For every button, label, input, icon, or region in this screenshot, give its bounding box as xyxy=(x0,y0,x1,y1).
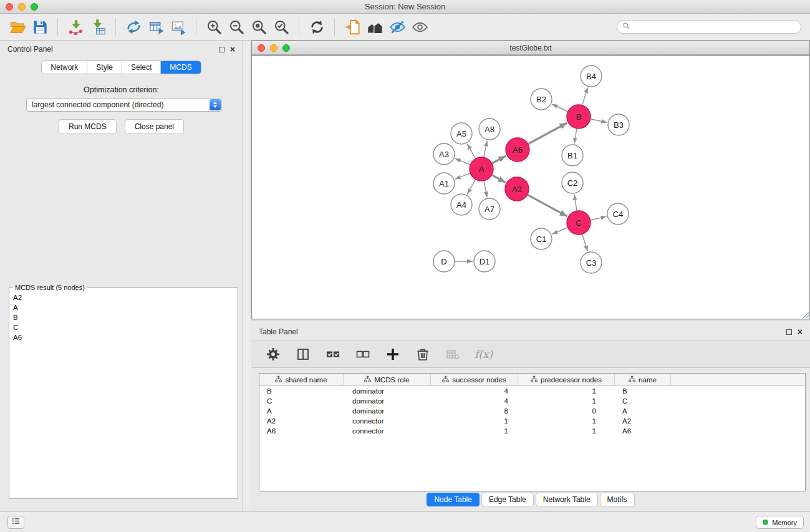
network-edge-A6-B[interactable] xyxy=(529,123,567,144)
network-edge-B-B4[interactable] xyxy=(582,87,588,105)
delete-rows-button[interactable] xyxy=(412,344,433,365)
table-cell[interactable]: dominator xyxy=(344,397,431,405)
show-columns-button[interactable] xyxy=(292,344,314,365)
mcds-result-item[interactable]: B xyxy=(13,312,234,322)
table-cell[interactable]: A6 xyxy=(615,427,671,435)
network-edge-A-A4[interactable] xyxy=(467,180,475,194)
open-document-button[interactable] xyxy=(341,16,364,37)
network-edge-A-A8[interactable] xyxy=(484,141,487,157)
table-cell[interactable]: connector xyxy=(344,417,431,425)
close-panel-button[interactable]: Close panel xyxy=(125,119,184,134)
deselect-all-button[interactable] xyxy=(352,344,374,365)
network-node-A6[interactable]: A6 xyxy=(506,138,529,162)
table-cell[interactable]: 1 xyxy=(518,397,615,405)
mcds-result-item[interactable]: A xyxy=(13,302,234,312)
node-table[interactable]: shared nameMCDS rolesuccessor nodesprede… xyxy=(259,373,806,491)
tab-mcds[interactable]: MCDS xyxy=(161,61,200,74)
column-header-mcds-role[interactable]: MCDS role xyxy=(344,374,431,385)
table-cell[interactable]: 1 xyxy=(431,427,518,435)
table-row[interactable]: A2connector11A2 xyxy=(259,416,805,426)
zoom-in-button[interactable] xyxy=(203,16,225,37)
table-cell[interactable]: 1 xyxy=(518,427,615,435)
network-window-titlebar[interactable]: testGlobe.txt xyxy=(252,41,809,55)
table-row[interactable]: Bdominator41B xyxy=(259,386,805,396)
table-cell[interactable]: A6 xyxy=(259,427,344,435)
network-edge-C-C4[interactable] xyxy=(591,216,607,220)
network-arrows-button[interactable] xyxy=(122,16,145,37)
search-box[interactable] xyxy=(617,20,801,34)
network-node-B3[interactable]: B3 xyxy=(608,114,629,135)
tab-node-table[interactable]: Node Table xyxy=(427,493,480,506)
network-node-A[interactable]: A xyxy=(470,157,493,181)
table-row[interactable]: Adominator80A xyxy=(259,406,805,416)
network-canvas[interactable]: B4B2BB3A5A8A6B1A3AC2A1A2A4A7C4CC1DD1C3 xyxy=(252,55,809,319)
close-table-panel-icon[interactable] xyxy=(798,329,803,335)
add-table-button[interactable] xyxy=(145,16,167,37)
network-edge-A-A1[interactable] xyxy=(455,173,470,179)
search-input[interactable] xyxy=(633,22,796,31)
import-table-button[interactable] xyxy=(87,16,109,37)
delete-table-button[interactable] xyxy=(442,344,463,365)
network-edge-A-A7[interactable] xyxy=(484,181,487,198)
network-node-A8[interactable]: A8 xyxy=(479,118,500,140)
zoom-out-button[interactable] xyxy=(225,16,248,37)
tab-style[interactable]: Style xyxy=(87,61,122,74)
tab-network-table[interactable]: Network Table xyxy=(536,493,598,506)
import-network-button[interactable] xyxy=(64,16,87,37)
network-node-C[interactable]: C xyxy=(567,211,591,235)
table-cell[interactable]: A xyxy=(615,407,671,415)
mcds-result-item[interactable]: A6 xyxy=(13,332,234,342)
home-button[interactable] xyxy=(364,16,386,37)
refresh-button[interactable] xyxy=(306,16,328,37)
table-cell[interactable]: 0 xyxy=(518,407,615,415)
network-graph[interactable]: B4B2BB3A5A8A6B1A3AC2A1A2A4A7C4CC1DD1C3 xyxy=(252,56,809,319)
tab-network[interactable]: Network xyxy=(42,61,87,74)
table-row[interactable]: Cdominator41C xyxy=(259,396,805,406)
network-edge-C-C3[interactable] xyxy=(582,235,587,251)
table-cell[interactable]: 1 xyxy=(431,417,518,425)
mcds-result-item[interactable]: A2 xyxy=(13,293,234,302)
add-row-button[interactable] xyxy=(382,344,403,365)
table-cell[interactable]: dominator xyxy=(344,387,431,395)
network-node-B[interactable]: B xyxy=(567,105,591,128)
table-cell[interactable]: C xyxy=(259,397,344,405)
network-node-A3[interactable]: A3 xyxy=(433,143,455,165)
open-session-button[interactable] xyxy=(6,16,29,37)
network-node-B2[interactable]: B2 xyxy=(531,89,552,110)
table-cell[interactable]: 1 xyxy=(518,387,615,395)
export-image-button[interactable] xyxy=(167,16,190,37)
network-node-C4[interactable]: C4 xyxy=(607,203,629,225)
table-cell[interactable]: 4 xyxy=(431,397,518,405)
network-node-A7[interactable]: A7 xyxy=(479,198,500,220)
optimization-dropdown[interactable]: largest connected component (directed) xyxy=(26,98,222,112)
network-edge-A-A6[interactable] xyxy=(493,156,506,163)
network-edge-C-C2[interactable] xyxy=(574,195,577,210)
save-session-button[interactable] xyxy=(29,16,51,37)
network-node-A4[interactable]: A4 xyxy=(451,194,472,215)
hide-graphics-details-button[interactable] xyxy=(408,16,431,37)
close-panel-icon[interactable] xyxy=(230,47,235,52)
function-builder-button[interactable]: f(x) xyxy=(472,344,493,365)
network-edge-B-B1[interactable] xyxy=(574,129,577,144)
table-cell[interactable]: A2 xyxy=(615,417,671,425)
network-node-A5[interactable]: A5 xyxy=(451,123,472,144)
network-edge-A-A5[interactable] xyxy=(467,144,475,158)
float-panel-icon[interactable] xyxy=(219,47,224,52)
network-edge-B-B3[interactable] xyxy=(591,119,607,122)
table-cell[interactable]: 1 xyxy=(518,417,615,425)
table-cell[interactable]: B xyxy=(259,387,344,395)
network-edge-B-B2[interactable] xyxy=(552,104,567,112)
task-history-button[interactable] xyxy=(7,516,24,529)
network-edge-A2-C[interactable] xyxy=(528,195,567,216)
column-header-predecessor-nodes[interactable]: predecessor nodes xyxy=(518,374,615,385)
column-header-shared-name[interactable]: shared name xyxy=(259,374,344,385)
mcds-result-item[interactable]: C xyxy=(13,322,234,332)
table-cell[interactable]: 4 xyxy=(431,387,518,395)
network-edge-C-C1[interactable] xyxy=(552,228,567,234)
show-graphics-details-button[interactable] xyxy=(386,16,408,37)
network-edge-A-A2[interactable] xyxy=(492,175,505,183)
table-cell[interactable]: 8 xyxy=(431,407,518,415)
table-settings-button[interactable] xyxy=(263,344,284,365)
table-cell[interactable]: C xyxy=(615,397,671,405)
table-cell[interactable]: A xyxy=(259,407,344,415)
